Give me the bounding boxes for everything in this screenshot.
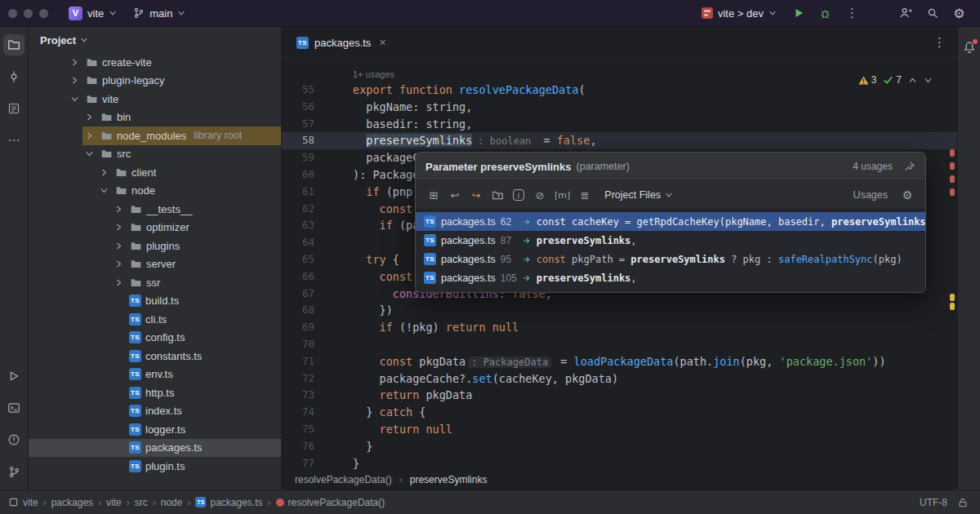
chevron-right-icon[interactable] xyxy=(68,55,81,69)
branch-selector[interactable]: main xyxy=(127,5,191,22)
tree-item-node[interactable]: node xyxy=(29,182,281,201)
code-line-56[interactable]: 56 pkgName: string, xyxy=(282,99,957,116)
code-line-76[interactable]: 76 } xyxy=(282,438,957,455)
chevron-right-icon[interactable] xyxy=(82,129,96,142)
code-line-74[interactable]: 74 } catch { xyxy=(282,404,957,421)
structure-tool-button[interactable] xyxy=(3,98,24,119)
tree-item-env-ts[interactable]: TSenv.ts xyxy=(29,366,281,384)
breadcrumb-function[interactable]: resolvePackageData() xyxy=(295,474,392,485)
file-encoding[interactable]: UTF-8 xyxy=(920,497,947,508)
pin-icon[interactable] xyxy=(904,161,915,172)
chevron-right-icon[interactable] xyxy=(112,221,125,234)
scrollbar-mark[interactable] xyxy=(950,175,955,183)
notifications-button[interactable] xyxy=(959,37,980,58)
scope-selector[interactable]: Project Files xyxy=(604,189,673,201)
merge-usages-icon[interactable]: [m] xyxy=(551,185,573,205)
code-line-75[interactable]: 75 return null xyxy=(282,421,957,438)
project-tool-button[interactable] xyxy=(3,34,24,55)
close-icon[interactable]: × xyxy=(379,36,385,49)
next-highlight-button[interactable] xyxy=(924,76,933,85)
tree-item-ssr[interactable]: ssr xyxy=(29,273,281,292)
info-icon[interactable]: i xyxy=(509,185,528,205)
status-crumb-packages[interactable]: packages xyxy=(51,497,93,508)
tree-item-create-vite[interactable]: create-vite xyxy=(29,53,281,72)
problems-tool-button[interactable] xyxy=(3,429,24,450)
tree-item-plugin-ts[interactable]: TSplugin.ts xyxy=(29,457,281,476)
code-line-58[interactable]: 58 preserveSymlinks: boolean = false, xyxy=(282,132,957,149)
forward-icon[interactable]: ↪ xyxy=(466,185,486,205)
lock-icon[interactable] xyxy=(957,497,969,508)
list-view-icon[interactable]: ≣ xyxy=(575,185,595,205)
status-crumb-packages-ts[interactable]: TSpackages.ts xyxy=(195,497,262,508)
tree-item-bin[interactable]: bin xyxy=(29,109,281,127)
chevron-down-icon[interactable] xyxy=(97,184,110,197)
code-with-me-button[interactable] xyxy=(894,2,916,24)
tree-item-optimizer[interactable]: optimizer xyxy=(29,219,281,237)
commit-tool-button[interactable] xyxy=(3,66,24,87)
breadcrumb-parameter[interactable]: preserveSymlinks xyxy=(410,474,488,485)
group-by-folder-icon[interactable] xyxy=(488,185,507,205)
tree-item-http-ts[interactable]: TShttp.ts xyxy=(29,383,281,402)
tree-item-src[interactable]: src xyxy=(29,145,281,164)
tree-item-cli-ts[interactable]: TScli.ts xyxy=(29,310,281,329)
scrollbar-mark[interactable] xyxy=(950,188,955,196)
previous-highlight-button[interactable] xyxy=(908,76,917,85)
tree-item-client[interactable]: client xyxy=(29,163,281,182)
tree-item-server[interactable]: server xyxy=(29,255,281,274)
code-line-70[interactable]: 70 xyxy=(282,336,957,353)
tree-item-constants-ts[interactable]: TSconstants.ts xyxy=(29,347,281,366)
usage-row-line-87[interactable]: TSpackages.ts87preserveSymlinks, xyxy=(416,231,925,250)
tree-item-build-ts[interactable]: TSbuild.ts xyxy=(29,292,281,311)
no-filter-icon[interactable]: ⊘ xyxy=(530,185,550,205)
code-line-69[interactable]: 69 if (!pkg) return null xyxy=(282,319,957,336)
tab-options-kebab-icon[interactable]: ⋮ xyxy=(933,35,946,50)
popup-settings-gear-icon[interactable]: ⚙ xyxy=(898,185,917,205)
tree-item--tests-[interactable]: __tests__ xyxy=(29,200,281,219)
code-line-68[interactable]: 68 }) xyxy=(282,302,957,319)
tree-item-node-modules[interactable]: node_moduleslibrary root xyxy=(29,126,281,145)
settings-button[interactable]: ⚙ xyxy=(948,2,970,24)
chevron-right-icon[interactable] xyxy=(112,239,125,252)
status-crumb-vite[interactable]: vite xyxy=(8,497,38,508)
terminal-tool-button[interactable] xyxy=(3,397,24,419)
more-actions-button[interactable]: ⋮ xyxy=(841,2,863,24)
window-zoom-button[interactable] xyxy=(39,9,48,18)
chevron-down-icon[interactable] xyxy=(68,92,81,105)
tree-item-logger-ts[interactable]: TSlogger.ts xyxy=(29,420,281,439)
usages-inlay-hint[interactable]: 1+ usages xyxy=(282,67,957,82)
scrollbar-mark[interactable] xyxy=(950,294,955,301)
code-line-55[interactable]: 55export function resolvePackageData( xyxy=(282,82,957,99)
version-control-tool-button[interactable] xyxy=(3,461,24,482)
tree-item-plugins[interactable]: plugins xyxy=(29,237,281,255)
warnings-count[interactable]: 3 xyxy=(858,72,877,89)
status-crumb-resolvepackagedata-[interactable]: resolvePackageData() xyxy=(276,497,385,508)
status-crumb-src[interactable]: src xyxy=(135,497,148,508)
project-panel-header[interactable]: Project xyxy=(29,27,281,53)
chevron-right-icon[interactable] xyxy=(82,111,96,124)
back-icon[interactable]: ↩ xyxy=(445,185,465,205)
preview-icon[interactable]: ⊞ xyxy=(424,185,443,205)
scrollbar-mark[interactable] xyxy=(950,149,955,157)
run-button[interactable] xyxy=(787,2,809,24)
chevron-right-icon[interactable] xyxy=(68,74,81,87)
chevron-down-icon[interactable] xyxy=(82,148,96,161)
tree-item-config-ts[interactable]: TSconfig.ts xyxy=(29,329,281,348)
chevron-right-icon[interactable] xyxy=(112,202,125,215)
usage-row-line-62[interactable]: TSpackages.ts62const cacheKey = getRpdCa… xyxy=(416,212,925,231)
passed-count[interactable]: 7 xyxy=(883,72,902,89)
chevron-right-icon[interactable] xyxy=(112,258,125,271)
window-close-button[interactable] xyxy=(8,9,17,18)
tree-item-index-ts[interactable]: TSindex.ts xyxy=(29,402,281,421)
tree-item-packages-ts[interactable]: TSpackages.ts xyxy=(29,439,281,458)
run-tool-button[interactable] xyxy=(3,366,24,387)
debug-button[interactable] xyxy=(814,2,836,24)
editor-scrollbar[interactable] xyxy=(947,59,957,469)
more-tool-windows-button[interactable]: ⋯ xyxy=(3,130,24,151)
chevron-right-icon[interactable] xyxy=(112,276,125,289)
inspections-widget[interactable]: 3 7 xyxy=(858,72,933,89)
code-line-71[interactable]: 71 const pkgData: PackageData = loadPack… xyxy=(282,353,957,370)
tree-item-vite[interactable]: vite xyxy=(29,90,281,109)
usage-row-line-95[interactable]: TSpackages.ts95const pkgPath = preserveS… xyxy=(416,250,925,268)
code-line-77[interactable]: 77} xyxy=(282,455,957,469)
tab-packages-ts[interactable]: TS packages.ts × xyxy=(287,27,396,58)
